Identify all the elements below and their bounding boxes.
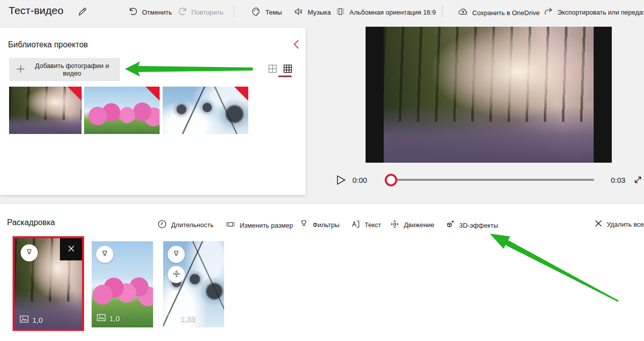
storyboard-card-bulbs[interactable]: 1,33 <box>163 241 224 327</box>
remove-card-button[interactable] <box>60 238 82 260</box>
filters-button[interactable]: Фильтры <box>297 218 341 231</box>
fullscreen-button[interactable] <box>633 175 643 186</box>
motion-icon <box>172 269 181 280</box>
resize-icon <box>225 219 236 231</box>
card-duration-value: 1,0 <box>32 316 43 324</box>
add-photos-label: Добавить фотографии и видео <box>31 62 113 77</box>
card-duration-value: 1,0 <box>109 314 120 323</box>
current-time: 0:00 <box>352 176 367 184</box>
card-duration-value: 1,33 <box>181 314 195 323</box>
play-icon <box>335 180 346 187</box>
library-thumb-forest[interactable] <box>9 87 82 134</box>
music-button[interactable]: Музыка <box>292 6 333 19</box>
undo-button[interactable]: Отменить <box>126 6 174 19</box>
delete-all-label: Удалить все <box>607 221 644 228</box>
library-thumb-tulips[interactable] <box>84 87 160 134</box>
card-filter-button[interactable] <box>96 246 113 263</box>
collapse-panel-button[interactable] <box>289 39 304 51</box>
filter-icon <box>25 248 33 258</box>
library-thumb-bulbs[interactable] <box>163 87 248 134</box>
seek-bar[interactable] <box>391 179 594 181</box>
save-onedrive-label: Сохранить в OneDrive <box>472 9 540 17</box>
music-label: Музыка <box>308 9 331 16</box>
project-library-panel: Библиотека проектов Добавить фотографии … <box>0 28 306 195</box>
storyboard-card-forest[interactable]: 1,0 <box>13 236 84 331</box>
themes-button[interactable]: Темы <box>249 6 284 19</box>
preview-frame-image <box>384 27 594 163</box>
redo-label: Повторить <box>191 9 223 16</box>
effects-3d-button[interactable]: 3D-эффекты <box>443 218 500 232</box>
motion-button[interactable]: Движение <box>388 218 437 232</box>
image-icon <box>168 314 177 323</box>
motion-icon <box>390 219 400 231</box>
added-corner-flag <box>234 87 248 101</box>
speaker-icon <box>294 7 304 18</box>
grid-2x2-icon <box>268 67 277 75</box>
storyboard-section: Раскадровка Длительность Изменить размер <box>0 203 644 341</box>
resize-button[interactable]: Изменить размер <box>223 218 295 232</box>
storyboard-card-tulips[interactable]: 1,0 <box>92 241 153 327</box>
filters-label: Фильтры <box>313 221 339 229</box>
text-icon <box>350 219 361 231</box>
resize-label: Изменить размер <box>240 222 293 229</box>
undo-icon <box>128 7 138 18</box>
card-duration: 1,33 <box>168 314 195 323</box>
orientation-icon <box>335 7 345 18</box>
rename-project-button[interactable] <box>74 6 91 19</box>
motion-label: Движение <box>404 221 435 229</box>
add-photos-button[interactable]: Добавить фотографии и видео <box>9 58 120 81</box>
effects-3d-label: 3D-эффекты <box>459 222 498 229</box>
export-label: Экспортировать или передать <box>557 9 644 16</box>
video-preview[interactable] <box>366 27 612 163</box>
clock-icon <box>157 219 167 231</box>
orientation-button[interactable]: Альбомная ориентация 16:9 <box>333 6 438 19</box>
grid-view-small-button[interactable] <box>280 63 296 76</box>
chevron-left-icon <box>292 43 301 51</box>
redo-icon <box>178 7 187 18</box>
seek-handle[interactable] <box>385 174 397 186</box>
duration-button[interactable]: Длительность <box>155 218 216 232</box>
play-button[interactable] <box>335 174 346 187</box>
card-filter-button[interactable] <box>168 246 185 263</box>
plus-icon <box>16 64 25 75</box>
card-motion-button[interactable] <box>168 266 185 283</box>
image-icon <box>97 314 106 323</box>
filter-icon <box>172 250 180 259</box>
image-icon <box>20 315 29 324</box>
export-share-icon <box>543 7 553 18</box>
filter-icon <box>299 219 309 230</box>
duration-label: Длительность <box>171 221 213 229</box>
card-filter-button[interactable] <box>21 244 38 261</box>
orientation-label: Альбомная ориентация 16:9 <box>349 9 436 16</box>
selected-view-underline <box>278 76 292 77</box>
export-button[interactable]: Экспортировать или передать <box>541 6 644 19</box>
cloud-upload-icon <box>458 7 468 19</box>
added-corner-flag <box>67 87 82 101</box>
save-onedrive-button[interactable]: Сохранить в OneDrive <box>456 6 542 20</box>
photos-video-editor: Тест-видео Отменить Повторить <box>0 0 644 341</box>
project-title: Тест-видео <box>9 5 63 17</box>
delete-all-button[interactable]: Удалить все <box>592 218 644 230</box>
toolbar-separator <box>442 5 443 17</box>
close-icon <box>67 245 75 254</box>
storyboard-title: Раскадровка <box>7 218 55 227</box>
total-time: 0:03 <box>611 176 625 184</box>
library-title: Библиотека проектов <box>8 40 88 49</box>
themes-label: Темы <box>265 9 282 16</box>
pencil-icon <box>77 11 88 19</box>
toolbar-separator <box>234 5 234 17</box>
cube-3d-icon <box>445 219 455 231</box>
text-button[interactable]: Текст <box>348 218 383 232</box>
palette-icon <box>251 7 261 18</box>
redo-button[interactable]: Повторить <box>176 6 225 19</box>
fullscreen-icon <box>633 179 643 186</box>
added-corner-flag <box>146 87 160 101</box>
grid-view-large-button[interactable] <box>265 63 280 76</box>
undo-label: Отменить <box>142 9 172 16</box>
card-duration: 1,0 <box>20 315 43 324</box>
filter-icon <box>101 250 109 259</box>
close-icon <box>594 219 603 229</box>
card-duration: 1,0 <box>97 314 120 323</box>
text-label: Текст <box>365 221 381 229</box>
grid-3x3-icon <box>283 67 293 75</box>
